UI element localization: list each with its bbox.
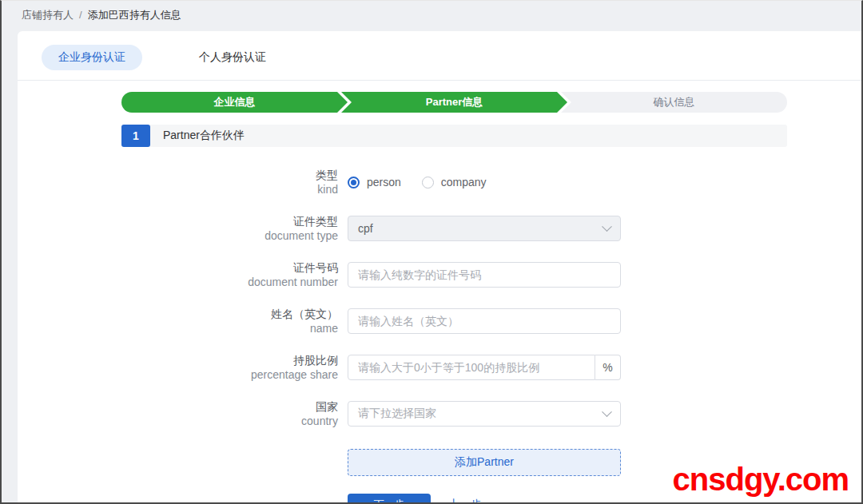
document-number-input[interactable]: [348, 262, 621, 288]
form-row-percentage-share: 持股比例 percentage share %: [121, 353, 861, 382]
name-input[interactable]: [348, 308, 621, 334]
tab-personal-auth[interactable]: 个人身份认证: [182, 45, 283, 70]
percent-suffix: %: [595, 355, 621, 380]
chevron-down-icon: [602, 407, 612, 417]
previous-step-button[interactable]: 上一步: [448, 498, 482, 504]
form-row-document-number: 证件号码 document number: [121, 260, 861, 289]
partner-form: 类型 kind person company: [121, 168, 861, 428]
site-watermark: cnsdgy.com: [673, 462, 849, 498]
document-type-label: 证件类型 document type: [121, 214, 343, 243]
radio-person[interactable]: person: [348, 176, 401, 189]
auth-tabs: 企业身份认证 个人身份认证: [18, 31, 861, 81]
chevron-down-icon: [602, 221, 612, 232]
document-number-label: 证件号码 document number: [121, 260, 343, 289]
kind-radio-group: person company: [348, 169, 621, 195]
add-partner-button[interactable]: 添加Partner: [348, 449, 621, 476]
form-row-country: 国家 country 请下拉选择国家: [121, 399, 861, 428]
radio-company[interactable]: company: [422, 176, 487, 189]
breadcrumb-item-current: 添加巴西持有人信息: [88, 9, 181, 21]
radio-selected-icon: [348, 177, 360, 189]
name-label: 姓名（英文） name: [121, 307, 343, 335]
breadcrumb-item-shop-holders[interactable]: 店铺持有人: [22, 9, 74, 21]
document-type-select[interactable]: cpf: [348, 216, 621, 241]
step-company-info: 企业信息: [121, 92, 348, 113]
percentage-share-input[interactable]: [348, 355, 595, 380]
section-header-partner: 1 Partner合作伙伴: [121, 125, 787, 147]
form-row-document-type: 证件类型 document type cpf: [121, 214, 861, 243]
main-card: 企业身份认证 个人身份认证 企业信息 Partner信息 确认信息 1 Part…: [18, 31, 861, 502]
step-partner-info: Partner信息: [341, 92, 567, 113]
breadcrumb-separator: /: [79, 9, 82, 21]
breadcrumb: 店铺持有人/添加巴西持有人信息: [2, 1, 861, 22]
kind-label: 类型 kind: [121, 168, 343, 196]
step-confirm-info: 确认信息: [561, 92, 787, 113]
form-row-name: 姓名（英文） name: [121, 307, 861, 335]
form-row-kind: 类型 kind person company: [121, 168, 861, 196]
section-title: Partner合作伙伴: [163, 129, 245, 143]
country-label: 国家 country: [121, 399, 343, 428]
app-window: 店铺持有人/添加巴西持有人信息 企业身份认证 个人身份认证 企业信息 Partn…: [0, 0, 863, 504]
tab-enterprise-auth[interactable]: 企业身份认证: [42, 45, 142, 70]
percentage-share-label: 持股比例 percentage share: [121, 353, 343, 382]
radio-unselected-icon: [422, 177, 434, 189]
next-step-button[interactable]: 下一步: [348, 494, 431, 504]
tab-content: 企业信息 Partner信息 确认信息 1 Partner合作伙伴 类型 kin…: [18, 81, 861, 504]
country-select[interactable]: 请下拉选择国家: [348, 401, 621, 427]
progress-steps: 企业信息 Partner信息 确认信息: [121, 92, 787, 113]
section-number-badge: 1: [121, 125, 150, 147]
